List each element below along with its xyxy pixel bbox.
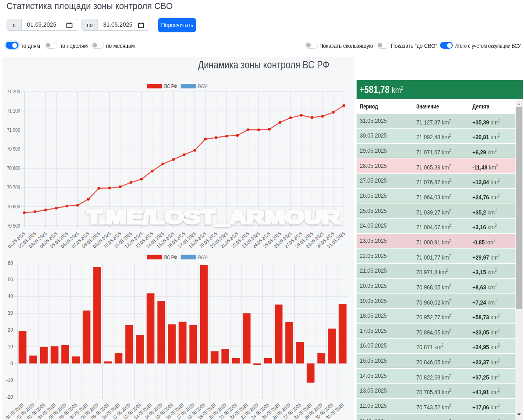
svg-text:-10: -10 (6, 377, 14, 383)
svg-text:20: 20 (8, 327, 14, 333)
svg-text:40: 40 (8, 294, 14, 299)
svg-text:0: 0 (10, 361, 13, 366)
svg-text:ВС РФ: ВС РФ (164, 83, 177, 89)
svg-text:-20: -20 (6, 394, 14, 400)
svg-text:ВС РФ: ВС РФ (164, 254, 177, 260)
svg-text:60: 60 (8, 260, 14, 266)
svg-text:T.ME/LOST_ARMOUR: T.ME/LOST_ARMOUR (87, 207, 340, 228)
svg-text:71 000: 71 000 (7, 127, 20, 133)
svg-text:70 600: 70 600 (7, 204, 20, 210)
svg-text:70 800: 70 800 (7, 165, 20, 171)
svg-text:10: 10 (8, 344, 14, 350)
svg-text:30: 30 (8, 310, 14, 316)
svg-text:70 900: 70 900 (7, 146, 20, 152)
svg-text:71 200: 71 200 (7, 89, 20, 95)
svg-text:50: 50 (8, 277, 14, 282)
svg-text:70 500: 70 500 (7, 223, 20, 229)
svg-text:70 700: 70 700 (7, 185, 20, 190)
svg-text:71 100: 71 100 (7, 108, 20, 114)
